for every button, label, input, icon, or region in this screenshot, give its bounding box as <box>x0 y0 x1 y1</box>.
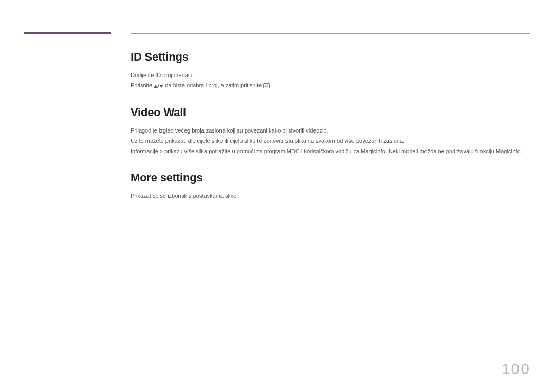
section-id-settings: ID Settings Dodijelite ID broj uređaju. … <box>131 50 530 90</box>
id-settings-line-2: Pritisnite / da biste odabrali broj, a z… <box>131 81 530 90</box>
text-fragment: . <box>270 82 271 88</box>
horizontal-rule <box>131 33 530 34</box>
page-number: 100 <box>502 360 530 378</box>
page: ID Settings Dodijelite ID broj uređaju. … <box>0 0 555 392</box>
id-settings-line-1: Dodijelite ID broj uređaju. <box>131 71 530 80</box>
content-area: ID Settings Dodijelite ID broj uređaju. … <box>131 50 530 216</box>
video-wall-line-1: Prilagodite izgled većeg broja zaslona k… <box>131 126 530 135</box>
svg-rect-0 <box>264 84 270 88</box>
enter-icon <box>263 82 270 90</box>
text-fragment: da biste odabrali broj, a zatim pritisni… <box>163 82 263 88</box>
section-more-settings: More settings Prikazat će se izbornik s … <box>131 171 530 200</box>
video-wall-line-2: Uz to možete prikazati dio cijele slike … <box>131 137 530 145</box>
text-fragment: Pritisnite <box>131 82 154 88</box>
accent-bar <box>24 32 111 34</box>
up-arrow-icon <box>154 82 158 90</box>
heading-more-settings: More settings <box>131 171 530 184</box>
heading-id-settings: ID Settings <box>131 50 530 64</box>
video-wall-line-3: Informacije o prikazu više slika potraži… <box>131 147 530 156</box>
section-video-wall: Video Wall Prilagodite izgled većeg broj… <box>131 106 530 156</box>
heading-video-wall: Video Wall <box>131 106 530 119</box>
more-settings-line-1: Prikazat će se izbornik s postavkama sli… <box>131 192 530 200</box>
